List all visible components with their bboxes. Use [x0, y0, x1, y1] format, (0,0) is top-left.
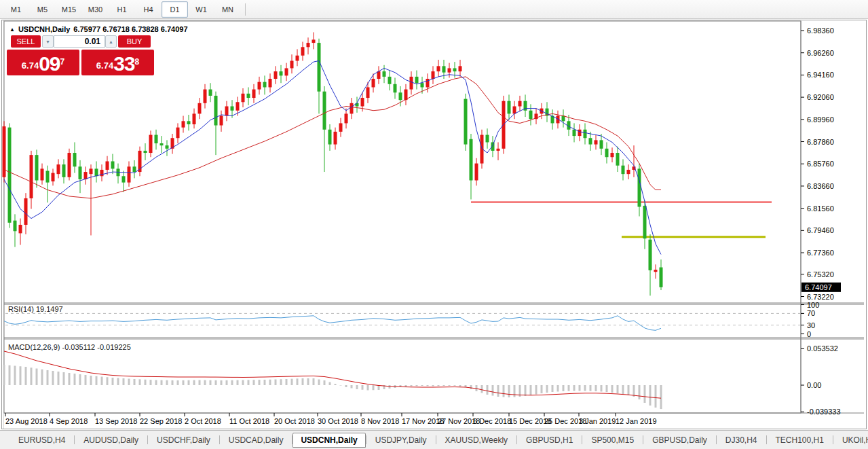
price-axis-label: 6.98360: [807, 26, 834, 35]
rsi-axis-label: 70: [807, 309, 815, 317]
candle-body: [52, 173, 55, 181]
date-axis-label: 8 Nov 2018: [361, 417, 399, 425]
rsi-label: RSI(14) 19.1497: [8, 305, 63, 313]
chart-tab-ukoil-h1[interactable]: UKOil,H1: [833, 433, 868, 447]
candle-body: [280, 71, 283, 75]
chart-tab-usdjpy-daily[interactable]: USDJPY,Daily: [366, 433, 436, 447]
candle-body: [578, 130, 582, 136]
candle-body: [187, 121, 191, 124]
candle-body: [46, 170, 50, 182]
date-axis-label: 20 Oct 2018: [274, 417, 315, 425]
candle-body: [312, 39, 316, 43]
symbol-ohlc-values: 6.75977 6.76718 6.73828 6.74097: [73, 25, 187, 33]
price-axis-label: 6.87860: [807, 138, 834, 146]
candle-body: [19, 225, 22, 233]
candle-body: [508, 101, 511, 114]
candle-body: [328, 130, 332, 145]
candle-body: [437, 66, 440, 71]
candle-body: [111, 161, 115, 168]
buy-price-box[interactable]: 6.74338: [81, 50, 154, 75]
sell-price-big: 09: [39, 54, 60, 73]
chart-tab-usdcnh-daily[interactable]: USDCNH,Daily: [293, 433, 365, 448]
date-axis-label: 22 Sep 2018: [140, 417, 182, 425]
candle-body: [285, 68, 288, 75]
volume-increase-button[interactable]: ▲: [105, 35, 117, 48]
sell-price-sup: 7: [60, 50, 65, 74]
candle-body: [204, 90, 207, 103]
rsi-axis-label: 100: [807, 301, 819, 309]
chart-tab-usdchf-daily[interactable]: USDCHF,Daily: [148, 433, 219, 447]
price-axis-label: 6.79460: [807, 226, 834, 234]
triangle-down-icon: ▼: [45, 39, 50, 44]
symbol-tabbar: EURUSD,H4AUDUSD,DailyUSDCHF,DailyUSDCAD,…: [0, 430, 868, 449]
candle-body: [529, 111, 533, 119]
volume-input[interactable]: 0.01: [54, 35, 105, 48]
date-axis-label: 30 Oct 2018: [318, 417, 358, 425]
candle-body: [242, 94, 245, 102]
chart-tab-tech100-h1[interactable]: TECH100,H1: [767, 433, 833, 447]
candle-body: [649, 240, 652, 270]
candle-body: [176, 128, 180, 139]
price-axis-label: 6.89960: [807, 115, 834, 124]
candle-body: [160, 143, 164, 145]
volume-decrease-button[interactable]: ▼: [42, 35, 54, 48]
candle-body: [518, 101, 522, 107]
date-axis-label: 2 Oct 2018: [185, 417, 221, 425]
candle-body: [426, 79, 430, 87]
candle-body: [8, 128, 12, 223]
collapse-arrow-icon[interactable]: ▲: [10, 26, 15, 33]
candle-body: [404, 90, 408, 101]
candle-body: [149, 135, 153, 153]
candle-body: [372, 79, 375, 87]
sell-button[interactable]: SELL: [11, 35, 41, 48]
candle-body: [497, 149, 500, 151]
chart-tab-sp500-m15[interactable]: SP500,M15: [582, 433, 643, 447]
chart-tab-eurusd-h4[interactable]: EURUSD,H4: [10, 433, 74, 447]
candle-body: [442, 66, 446, 72]
candle-body: [209, 90, 212, 96]
chart-tab-usdcad-daily[interactable]: USDCAD,Daily: [220, 433, 293, 447]
macd-label: MACD(12,26,9) -0.035112 -0.019225: [8, 343, 131, 351]
candle-body: [361, 98, 364, 106]
candle-body: [470, 139, 473, 181]
chart-tab-audusd-daily[interactable]: AUDUSD,Daily: [75, 433, 147, 447]
candle-body: [73, 153, 77, 166]
candle-body: [660, 268, 663, 287]
candle-body: [106, 161, 109, 169]
macd-axis-label: 0.053532: [807, 344, 838, 353]
date-axis-label: 3 Jan 2019: [579, 417, 616, 425]
candle-body: [600, 140, 603, 148]
candle-body: [448, 68, 451, 72]
candle-body: [394, 84, 397, 92]
date-axis-label: 4 Sep 2018: [50, 417, 88, 425]
buy-button[interactable]: BUY: [118, 35, 151, 48]
chart-tab-xauusd-weekly[interactable]: XAUUSD,Weekly: [436, 433, 516, 447]
date-axis-label: 23 Aug 2018: [5, 417, 48, 425]
candle-body: [100, 170, 104, 176]
candle-body: [410, 77, 413, 90]
candle-body: [345, 113, 348, 123]
ma-slow-line: [4, 77, 661, 198]
price-axis-label: 6.85760: [807, 160, 834, 168]
price-axis-label: 6.77360: [807, 249, 834, 257]
candle-body: [415, 77, 419, 83]
candle-body: [290, 61, 294, 69]
candle-body: [231, 107, 234, 111]
candle-body: [182, 121, 185, 127]
candle-body: [128, 166, 131, 182]
chart-tab-dj30-h4[interactable]: DJ30,H4: [717, 433, 766, 447]
chart-tab-gbpusd-daily[interactable]: GBPUSD,Daily: [643, 433, 716, 447]
candle-body: [616, 153, 620, 166]
chart-tab-gbpusd-h1[interactable]: GBPUSD,H1: [517, 433, 582, 447]
candle-body: [269, 79, 272, 87]
candle-body: [274, 71, 278, 79]
price-axis-label: 6.75320: [807, 270, 834, 279]
price-axis-label: 6.83660: [807, 182, 834, 190]
candle-body: [334, 132, 337, 145]
candle-body: [464, 99, 468, 145]
current-price-label: 6.74097: [805, 283, 832, 291]
date-axis-label: 6 Dec 2018: [473, 417, 511, 425]
candle-body: [388, 77, 392, 84]
sell-price-box[interactable]: 6.74097: [7, 50, 79, 75]
candle-body: [41, 168, 44, 180]
